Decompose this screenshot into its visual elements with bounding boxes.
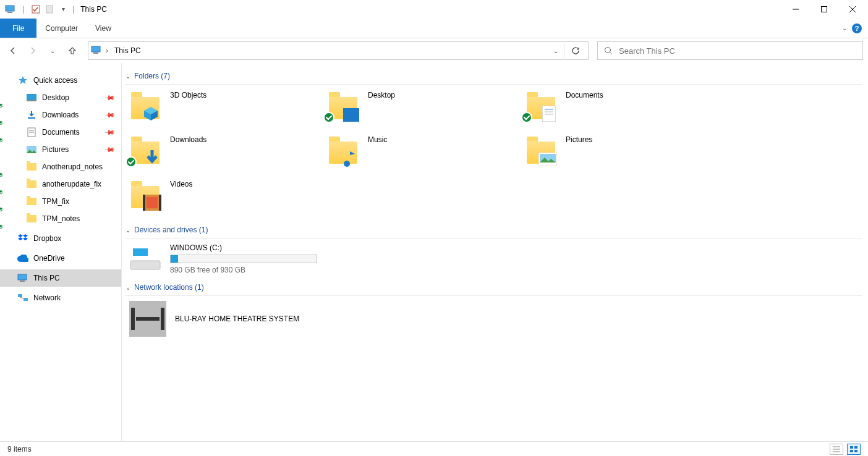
tab-view[interactable]: View [87, 19, 120, 38]
folder-downloads[interactable]: Downloads [126, 134, 323, 179]
sync-badge-icon [323, 112, 334, 123]
svg-rect-52 [854, 446, 857, 449]
nav-quick-access[interactable]: Quick access [0, 72, 121, 89]
nav-dropbox[interactable]: Dropbox [0, 230, 121, 247]
group-header-drives[interactable]: ⌄Devices and drives (1) [126, 223, 862, 239]
svg-rect-13 [27, 94, 36, 100]
customize-qat-icon[interactable]: ▾ [57, 4, 69, 15]
folder-icon [129, 90, 161, 122]
svg-rect-54 [854, 450, 857, 452]
group-header-network[interactable]: ⌄Network locations (1) [126, 281, 862, 296]
item-label: 3D Objects [170, 90, 206, 99]
svg-rect-26 [18, 294, 22, 297]
svg-rect-42 [143, 195, 145, 211]
svg-rect-8 [91, 46, 100, 52]
forward-button[interactable] [25, 42, 41, 59]
close-button[interactable] [838, 0, 867, 19]
folder-desktop[interactable]: Desktop [323, 90, 521, 134]
desktop-icon [26, 92, 37, 103]
folder-icon [525, 90, 557, 122]
nav-pictures[interactable]: Pictures📌 [0, 141, 121, 158]
sync-badge-icon [126, 156, 137, 167]
svg-marker-22 [18, 237, 23, 240]
folder-music[interactable]: Music [323, 134, 521, 179]
new-folder-icon[interactable] [44, 4, 55, 15]
title-bar: | ▾ | This PC [0, 0, 868, 19]
search-box[interactable] [597, 41, 863, 60]
details-view-button[interactable] [830, 444, 843, 455]
svg-point-10 [605, 48, 611, 53]
svg-marker-23 [23, 237, 28, 240]
network-device[interactable]: BLU-RAY HOME THEATRE SYSTEM [126, 301, 862, 337]
this-pc-icon [17, 272, 28, 284]
file-tab[interactable]: File [0, 19, 36, 38]
documents-icon [26, 127, 37, 138]
maximize-button[interactable] [810, 0, 838, 19]
folder-3d-objects[interactable]: 3D Objects [126, 90, 323, 134]
nav-network[interactable]: Network [0, 289, 121, 306]
search-input[interactable] [619, 46, 856, 56]
tab-computer[interactable]: Computer [36, 19, 87, 38]
nav-label: Anotherupd_notes [42, 163, 103, 171]
svg-rect-25 [20, 281, 25, 282]
item-label: Music [368, 134, 387, 144]
content-pane: ⌄Folders (7) 3D Objects Desktop Document… [122, 63, 868, 441]
this-pc-icon [5, 4, 16, 15]
svg-marker-21 [23, 234, 28, 237]
chevron-down-icon: ⌄ [126, 227, 130, 234]
nav-folder[interactable]: anotherupdate_fix [0, 175, 121, 193]
svg-rect-33 [542, 106, 556, 122]
navigation-bar: ⌄ › This PC ⌄ [0, 38, 868, 63]
nav-onedrive[interactable]: OneDrive [0, 250, 121, 267]
pin-icon: 📌 [103, 143, 115, 155]
back-button[interactable] [5, 42, 21, 59]
pin-icon: 📌 [103, 126, 115, 138]
breadcrumb[interactable]: This PC [112, 45, 143, 56]
nav-documents[interactable]: Documents📌 [0, 124, 121, 141]
svg-rect-1 [7, 12, 12, 13]
folder-icon [129, 134, 161, 166]
chevron-right-icon[interactable]: › [106, 46, 108, 55]
window-title: This PC [78, 5, 107, 14]
chevron-down-icon: ⌄ [126, 284, 130, 291]
folder-icon [26, 196, 37, 207]
address-dropdown-icon[interactable]: ⌄ [553, 48, 561, 54]
folder-videos[interactable]: Videos [126, 179, 323, 223]
window-controls [781, 0, 867, 19]
nav-label: Network [33, 293, 61, 302]
svg-rect-5 [822, 6, 827, 12]
folder-icon [327, 134, 359, 166]
nav-desktop[interactable]: Desktop📌 [0, 89, 121, 106]
properties-icon[interactable] [30, 4, 41, 15]
drive-free-text: 890 GB free of 930 GB [170, 266, 317, 274]
folder-icon [129, 179, 161, 211]
svg-rect-43 [159, 195, 161, 211]
drive-c[interactable]: WINDOWS (C:) 890 GB free of 930 GB [126, 243, 323, 281]
minimize-button[interactable] [781, 0, 810, 19]
nav-label: Documents [42, 128, 80, 137]
ribbon-tabs: File Computer View ⌄ ? [0, 19, 868, 38]
folder-pictures[interactable]: Pictures [521, 134, 719, 179]
sync-badge-icon [521, 112, 532, 123]
ribbon-expand-icon[interactable]: ⌄ [842, 25, 847, 32]
item-label: Downloads [170, 134, 206, 144]
folder-icon [26, 179, 37, 190]
large-icons-view-button[interactable] [847, 444, 861, 455]
folder-documents[interactable]: Documents [521, 90, 719, 134]
nav-label: This PC [33, 274, 60, 282]
svg-rect-45 [130, 261, 160, 269]
nav-this-pc[interactable]: This PC [0, 269, 121, 287]
status-bar: 9 items [0, 441, 868, 456]
nav-folder[interactable]: TPM_fix [0, 193, 121, 210]
up-button[interactable] [64, 42, 80, 59]
nav-downloads[interactable]: Downloads📌 [0, 106, 121, 124]
recent-locations-button[interactable]: ⌄ [45, 42, 61, 59]
device-icon [129, 301, 166, 337]
refresh-button[interactable] [564, 41, 585, 60]
address-bar[interactable]: › This PC ⌄ [88, 41, 589, 60]
help-icon[interactable]: ? [852, 23, 862, 33]
svg-rect-32 [343, 108, 359, 122]
group-header-folders[interactable]: ⌄Folders (7) [126, 69, 862, 85]
nav-folder[interactable]: Anotherupd_notes [0, 158, 121, 175]
nav-folder[interactable]: TPM_notes [0, 210, 121, 227]
